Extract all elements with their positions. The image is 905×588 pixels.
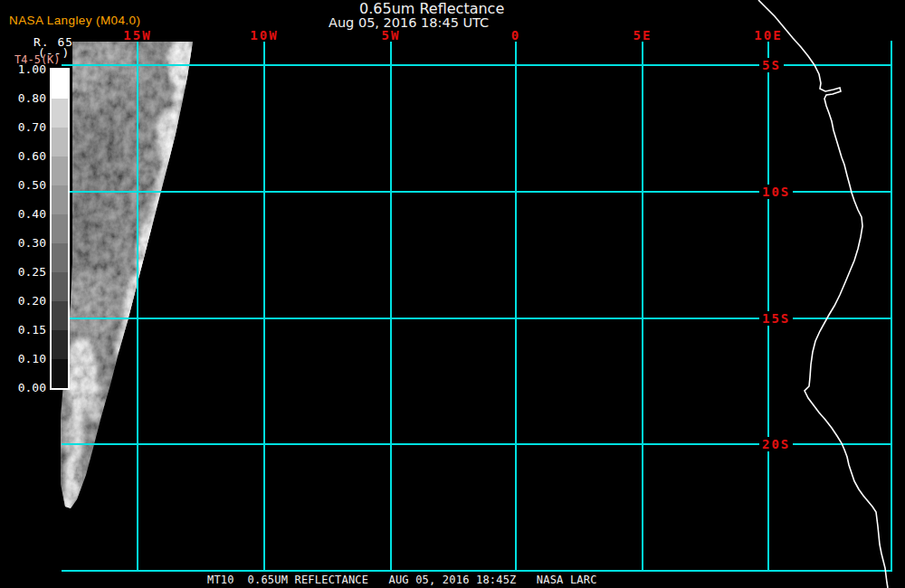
map-bottom-border — [62, 570, 892, 572]
longitude-label-0: 0 — [511, 28, 520, 43]
meridian-line-5W — [390, 42, 392, 570]
meridian-line-10E — [767, 42, 769, 570]
colorbar-tick-0.10: 0.10 — [0, 353, 46, 365]
footer-caption: MT10 0.65UM REFLECTANCE AUG 05, 2016 18:… — [207, 574, 597, 586]
latitude-label-20S: 20S — [759, 437, 793, 451]
colorbar-segment-4 — [52, 185, 68, 214]
colorbar-segment-6 — [52, 243, 68, 272]
colorbar-tick-0.50: 0.50 — [0, 179, 46, 192]
colorbar-segment-0 — [52, 70, 68, 99]
longitude-label-10W: 10W — [250, 28, 278, 43]
meridian-line-0 — [515, 42, 517, 570]
colorbar-tick-0.00: 0.00 — [0, 382, 46, 394]
colorbar-tick-0.80: 0.80 — [0, 92, 46, 105]
map-right-border — [891, 41, 892, 572]
colorbar-segment-9 — [52, 330, 68, 359]
colorbar-segment-2 — [52, 128, 68, 156]
nasa-langley-brand: NASA Langley (M04.0) — [9, 14, 140, 27]
reflectance-colorbar — [50, 68, 70, 390]
longitude-label-5W: 5W — [382, 28, 401, 43]
meridian-line-5E — [642, 42, 643, 570]
colorbar-tick-0.60: 0.60 — [0, 150, 46, 163]
colorbar-segment-3 — [52, 156, 68, 185]
colorbar-tick-0.70: 0.70 — [0, 121, 46, 134]
latitude-label-15S: 15S — [759, 311, 793, 326]
colorbar-segment-1 — [52, 99, 68, 128]
timestamp-subtitle: Aug 05, 2016 18:45 UTC — [329, 15, 489, 30]
alt-product-label: T4-5(K) — [14, 53, 61, 66]
colorbar-tick-0.20: 0.20 — [0, 295, 46, 308]
latitude-label-10S: 10S — [759, 185, 793, 199]
africa-coastline — [758, 0, 888, 588]
longitude-label-15W: 15W — [123, 28, 151, 43]
meridian-line-10W — [263, 42, 265, 570]
colorbar-tick-0.25: 0.25 — [0, 266, 46, 279]
colorbar-segment-8 — [52, 301, 68, 330]
latitude-label-5S: 5S — [759, 58, 784, 72]
colorbar-tick-0.15: 0.15 — [0, 324, 46, 337]
colorbar-segment-7 — [52, 272, 68, 301]
colorbar-tick-0.30: 0.30 — [0, 237, 46, 250]
colorbar-tick-0.40: 0.40 — [0, 208, 46, 221]
coastline-overlay — [0, 0, 905, 588]
meridian-line-15W — [137, 42, 138, 570]
swath-base — [61, 42, 193, 508]
satellite-swath-image — [0, 0, 905, 588]
satellite-viewer: { "header": { "brand": "NASA Langley (M0… — [0, 0, 905, 588]
longitude-label-5E: 5E — [634, 28, 653, 43]
colorbar-segment-10 — [52, 359, 68, 388]
longitude-label-10E: 10E — [754, 28, 782, 43]
colorbar-segment-5 — [52, 214, 68, 243]
